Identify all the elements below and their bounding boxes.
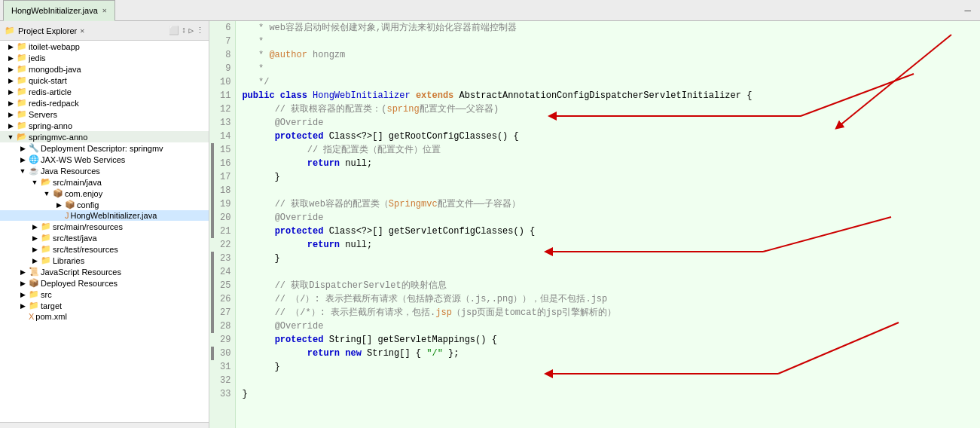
arrow-icon: ▶ [6,54,15,62]
list-item[interactable]: ▶ 📁 src/main/resources [0,221,209,232]
folder-icon: 📁 [17,41,27,51]
arrow-icon: ▶ [6,111,15,118]
list-item[interactable]: ▶ 📁 Libraries [0,255,209,266]
item-label: src/main/resources [53,222,123,231]
collapse-all-icon[interactable]: ⬜ [169,26,179,35]
code-line: * [242,62,974,75]
list-item[interactable]: ▶ 📁 itoilet-webapp [0,41,209,52]
arrow-icon: ▶ [6,43,15,50]
line-numbers: 6 7 8 9 10 11 12 13 14 15 16 17 18 19 20… [215,21,236,428]
list-item[interactable]: J HongWebInitializer.java [0,210,209,221]
list-item[interactable]: ▶ 📁 jedis [0,52,209,63]
change-gutter [209,21,215,428]
project-explorer-icon: 📁 [5,26,15,35]
code-line-21: protected Class<?>[] getServletConfigCla… [242,225,974,238]
item-label: redis-article [29,87,72,96]
item-label: springmvc-anno [29,133,87,142]
minimize-button[interactable]: — [965,5,971,17]
code-line: return new String[] { "/" }; [242,347,974,360]
link-editor-icon[interactable]: ↕ [182,26,187,35]
arrow-down-icon: ▼ [18,167,27,175]
arrow-down-icon: ▼ [42,190,51,197]
code-line: return null; [242,238,974,252]
editor-tab[interactable]: HongWebInitializer.java ✕ [3,0,115,21]
code-line [242,374,974,387]
list-item[interactable]: ▶ 📁 redis-redpack [0,97,209,109]
item-label: HongWebInitializer.java [71,211,157,220]
folder-icon: 📁 [41,255,51,265]
code-line: // 获取DispatcherServlet的映射信息 [242,279,974,292]
code-line: } [242,170,974,184]
item-label: Libraries [53,256,84,265]
code-line: // 指定配置类（配置文件）位置 [242,143,974,157]
sidebar-close-icon[interactable]: ✕ [80,26,84,35]
package-icon: 📦 [53,188,63,198]
folder-icon: 📁 [17,75,27,85]
list-item[interactable]: ▶ 📁 Servers [0,109,209,120]
java-resources-icon: ☕ [29,166,39,176]
list-item[interactable]: ▶ 📁 src/test/java [0,232,209,243]
list-item[interactable]: ▶ 📁 mongodb-java [0,63,209,75]
view-menu-icon[interactable]: ▷ [188,26,194,35]
item-label: mongodb-java [29,65,81,74]
arrow-icon: ▶ [18,302,27,310]
item-label: config [77,200,99,209]
list-item[interactable]: ▶ 📦 config [0,199,209,210]
list-item[interactable]: ▶ 📁 quick-start [0,75,209,86]
code-line: // 获取web容器的配置类（Springmvc配置文件——子容器） [242,197,974,211]
package-icon: 📦 [65,200,75,209]
folder-icon: 📁 [17,109,27,119]
list-item[interactable]: ▶ 📜 JavaScript Resources [0,266,209,277]
folder-icon: 📁 [17,53,27,63]
xml-file-icon: X [29,312,34,321]
java-file-icon: J [65,211,69,220]
project-explorer-panel: 📁 Project Explorer ✕ ⬜ ↕ ▷ ⋮ ▶ 📁 itoilet… [0,21,209,428]
arrow-icon: ▶ [18,280,27,287]
folder-icon: 📁 [17,98,27,108]
code-line: @Override [242,211,974,225]
list-item[interactable]: ▶ 📁 spring-anno [0,120,209,131]
deploy-icon: 🔧 [29,143,39,153]
item-label: spring-anno [29,121,72,130]
list-item[interactable]: ▶ 📁 src/test/resources [0,243,209,255]
arrow-icon: ▶ [30,246,39,253]
sidebar-item-web-services[interactable]: ▶ 🌐 JAX-WS Web Services [0,154,209,165]
list-item[interactable]: ▼ ☕ Java Resources [0,165,209,176]
list-item[interactable]: ▶ 🔧 Deployment Descriptor: springmv [0,142,209,154]
arrow-icon: ▶ [18,268,27,276]
code-line: @Override [242,319,974,333]
arrow-icon: ▶ [18,145,27,152]
item-label: src/test/resources [53,245,118,254]
list-item[interactable]: ▼ 📂 src/main/java [0,176,209,188]
list-item[interactable]: X pom.xml [0,311,209,322]
item-label: src/test/java [53,234,97,243]
list-item[interactable]: ▶ 📁 target [0,300,209,311]
list-item[interactable]: ▼ 📦 com.enjoy [0,188,209,199]
project-explorer-title: Project Explorer [18,26,77,35]
list-item[interactable]: ▶ 📁 src [0,289,209,300]
arrow-down-icon: ▼ [6,133,15,141]
code-line: } [242,387,974,401]
more-options-icon[interactable]: ⋮ [196,26,204,35]
folder-icon: 📁 [41,222,51,231]
folder-icon: 📁 [17,121,27,130]
code-line: } [242,360,974,374]
list-item[interactable]: ▶ 📁 redis-article [0,86,209,97]
sidebar-item-deployed-resources[interactable]: ▶ 📦 Deployed Resources [0,277,209,289]
code-editor: 6 7 8 9 10 11 12 13 14 15 16 17 18 19 20… [209,21,980,428]
code-content: * web容器启动时候创建对象,调用方法来初始化容器前端控制器 * * @aut… [236,21,980,428]
top-tab-bar: HongWebInitializer.java ✕ — [0,0,980,21]
code-line: return null; [242,157,974,170]
arrow-icon: ▶ [30,234,39,242]
list-item[interactable]: ▼ 📂 springmvc-anno [0,131,209,142]
item-label: src [41,290,52,299]
code-line: } [242,252,974,265]
arrow-icon: ▶ [54,201,63,209]
code-line [242,265,974,279]
editor-tab-close-icon[interactable]: ✕ [102,6,107,15]
editor-scroll-area[interactable]: 6 7 8 9 10 11 12 13 14 15 16 17 18 19 20… [209,21,980,428]
item-label: Java Resources [41,167,100,176]
item-label: quick-start [29,76,67,85]
code-line: @Override [242,116,974,130]
code-line: */ [242,75,974,89]
